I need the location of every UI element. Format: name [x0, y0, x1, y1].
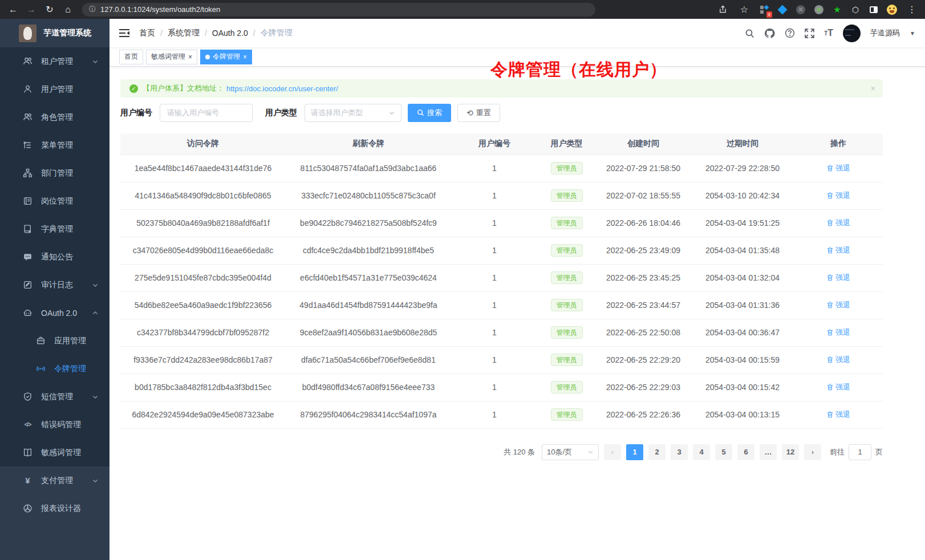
sidebar-item-短信管理[interactable]: 短信管理: [0, 383, 109, 411]
sidebar-item-支付管理[interactable]: ¥支付管理: [0, 466, 109, 494]
site-info-icon[interactable]: ⓘ: [89, 5, 96, 14]
sidebar-item-令牌管理[interactable]: 令牌管理: [0, 355, 109, 383]
page-size-select[interactable]: 10条/页: [542, 444, 599, 460]
font-size-icon[interactable]: TT: [824, 28, 833, 38]
force-logout-button[interactable]: 强退: [826, 409, 850, 420]
table-row: 54d6be82ee5a460a9aedc1f9bf22365649d1aa46…: [120, 291, 883, 319]
sidebar-item-敏感词管理[interactable]: 敏感词管理: [0, 439, 109, 466]
chevron-down-icon: [92, 477, 99, 484]
extension-record-icon[interactable]: [813, 4, 825, 15]
extension-badge: 9: [766, 11, 772, 18]
top-navbar: 首页/系统管理/OAuth 2.0/令牌管理 TT 芋道源码 ▼: [109, 19, 925, 47]
page-button-3[interactable]: 3: [671, 444, 688, 460]
user-caret-down-icon[interactable]: ▼: [910, 30, 915, 36]
sidebar-item-字典管理[interactable]: 字典管理: [0, 215, 109, 243]
page-button-6[interactable]: 6: [737, 444, 754, 460]
extensions-puzzle-icon[interactable]: ⬡: [850, 4, 861, 15]
profile-avatar-icon[interactable]: [886, 4, 898, 15]
force-logout-button[interactable]: 强退: [826, 382, 850, 392]
force-logout-button[interactable]: 强退: [826, 327, 850, 338]
dict-icon: [23, 224, 33, 234]
table-row: 41c41346a548490f9dc8b01c6bfe0865333ecfc7…: [120, 182, 883, 209]
sidebar-item-审计日志[interactable]: 审计日志: [0, 271, 109, 299]
page-button-4[interactable]: 4: [693, 444, 710, 460]
tab-close-icon[interactable]: ×: [243, 54, 247, 60]
extension-star-icon[interactable]: ★: [831, 4, 843, 15]
page-button-1[interactable]: 1: [626, 444, 643, 460]
browser-home-icon[interactable]: ⌂: [60, 2, 75, 17]
filter-form: 用户编号 用户类型 请选择用户类型 搜索 ⟲: [120, 103, 883, 122]
table-cell: 811c530487574fa0af1a59d3abc1aa66: [286, 155, 451, 182]
table-row: 275e5de9151045fe87cbdc395e004f4de6cfd40e…: [120, 264, 883, 291]
page-ellipsis-button[interactable]: …: [760, 444, 777, 460]
force-logout-button[interactable]: 强退: [826, 163, 850, 173]
force-logout-button[interactable]: 强退: [826, 300, 850, 310]
sidebar-item-报表设计器[interactable]: 报表设计器: [0, 494, 109, 522]
user-id-input[interactable]: [160, 104, 253, 122]
force-logout-button[interactable]: 强退: [826, 218, 850, 228]
sidebar-item-菜单管理[interactable]: 菜单管理: [0, 131, 109, 159]
tab-首页[interactable]: 首页: [119, 50, 143, 64]
table-cell: 强退: [794, 182, 883, 209]
sidebar-item-OAuth 2.0[interactable]: OAuth 2.0: [0, 299, 109, 327]
page-button-5[interactable]: 5: [715, 444, 732, 460]
sidebar-item-用户管理[interactable]: 用户管理: [0, 75, 109, 103]
browser-forward-icon[interactable]: →: [24, 2, 39, 17]
sidebar: 芋道管理系统 租户管理用户管理角色管理菜单管理部门管理岗位管理字典管理通知公告审…: [0, 19, 109, 560]
user-avatar[interactable]: [843, 25, 861, 42]
doc-link[interactable]: https://doc.iocoder.cn/user-center/: [226, 84, 338, 93]
hamburger-icon[interactable]: [119, 29, 129, 38]
browser-menu-icon[interactable]: ⋮: [904, 2, 919, 17]
browser-back-icon[interactable]: ←: [6, 2, 21, 17]
table-cell: 1: [451, 182, 538, 209]
goto-page-input[interactable]: [849, 444, 871, 460]
alert-close-icon[interactable]: ×: [871, 84, 875, 93]
force-logout-button[interactable]: 强退: [826, 190, 850, 201]
breadcrumb-item[interactable]: OAuth 2.0: [212, 29, 248, 38]
extension-gem-icon[interactable]: [777, 4, 788, 15]
user-type-tag: 管理员: [551, 189, 583, 202]
user-type-tag: 管理员: [551, 299, 583, 311]
sidebar-item-租户管理[interactable]: 租户管理: [0, 47, 109, 75]
breadcrumb-item[interactable]: 系统管理: [168, 28, 200, 38]
github-icon[interactable]: [764, 28, 775, 39]
address-bar[interactable]: ⓘ 127.0.0.1:1024/system/oauth2/token: [82, 3, 595, 17]
user-type-select[interactable]: 请选择用户类型: [305, 104, 401, 122]
side-panel-icon[interactable]: [868, 4, 879, 15]
sidebar-item-label: 岗位管理: [41, 196, 73, 206]
app-logo[interactable]: 芋道管理系统: [0, 19, 109, 47]
table-cell: 2022-06-25 22:29:20: [595, 346, 691, 374]
sidebar-item-错误码管理[interactable]: </>错误码管理: [0, 411, 109, 439]
tab-敏感词管理[interactable]: 敏感词管理×: [146, 50, 197, 64]
user-type-tag: 管理员: [551, 408, 583, 421]
force-logout-button[interactable]: 强退: [826, 355, 850, 365]
breadcrumb-item[interactable]: 首页: [139, 28, 155, 38]
extension-grid-icon[interactable]: 9: [758, 4, 770, 15]
doc-alert: ✓ 【用户体系】文档地址： https://doc.iocoder.cn/use…: [120, 79, 883, 98]
menu-tree-icon: [23, 140, 33, 150]
sidebar-item-角色管理[interactable]: 角色管理: [0, 103, 109, 131]
extension-circle-icon[interactable]: ⌘: [795, 4, 806, 15]
user-name[interactable]: 芋道源码: [870, 28, 900, 38]
reset-button[interactable]: ⟲ 重置: [457, 104, 500, 122]
header-search-icon[interactable]: [745, 29, 754, 38]
help-icon[interactable]: [785, 28, 795, 38]
tab-close-icon[interactable]: ×: [188, 54, 192, 60]
tab-令牌管理[interactable]: 令牌管理×: [200, 50, 252, 64]
sidebar-item-通知公告[interactable]: 通知公告: [0, 243, 109, 271]
page-button-12[interactable]: 12: [782, 444, 799, 460]
page-button-2[interactable]: 2: [648, 444, 666, 460]
search-button[interactable]: 搜索: [408, 104, 451, 122]
browser-reload-icon[interactable]: ↻: [42, 2, 57, 17]
share-icon[interactable]: [715, 2, 730, 17]
sidebar-item-部门管理[interactable]: 部门管理: [0, 159, 109, 187]
next-page-button[interactable]: ›: [804, 444, 821, 460]
bookmark-star-icon[interactable]: ☆: [737, 2, 752, 17]
force-logout-button[interactable]: 强退: [826, 273, 850, 283]
sidebar-item-应用管理[interactable]: 应用管理: [0, 327, 109, 355]
user-type-tag: 管理员: [551, 271, 583, 284]
prev-page-button[interactable]: ‹: [604, 444, 621, 460]
force-logout-button[interactable]: 强退: [826, 245, 850, 255]
sidebar-item-岗位管理[interactable]: 岗位管理: [0, 187, 109, 215]
fullscreen-icon[interactable]: [805, 29, 814, 38]
